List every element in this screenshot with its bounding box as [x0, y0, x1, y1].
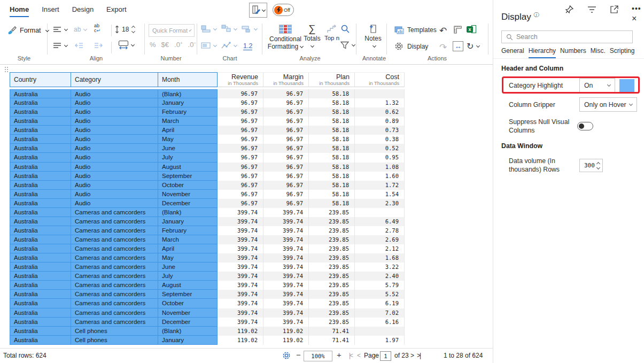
hierarchy-cell[interactable]: August — [158, 281, 218, 290]
chart-type-1-button[interactable] — [201, 25, 216, 33]
value-cell[interactable]: 2.78 — [355, 226, 405, 235]
first-page-button[interactable]: |< — [349, 352, 352, 359]
column-header-month[interactable]: Month — [158, 72, 218, 87]
horizontal-align-button[interactable] — [53, 26, 67, 33]
value-cell[interactable]: 399.74 — [263, 290, 309, 299]
indent-increase-button[interactable] — [94, 42, 103, 49]
value-cell[interactable]: 399.74 — [218, 308, 263, 318]
hierarchy-cell[interactable]: Australia — [10, 262, 71, 272]
top-n-button[interactable]: Top n — [321, 25, 343, 41]
value-cell[interactable]: 2.69 — [355, 235, 405, 244]
hierarchy-cell[interactable]: Australia — [10, 299, 71, 308]
hierarchy-cell[interactable]: Audio — [71, 144, 158, 153]
hierarchy-cell[interactable]: Australia — [10, 226, 71, 235]
value-cell[interactable]: 96.97 — [263, 163, 309, 172]
hierarchy-cell[interactable]: January — [158, 217, 218, 226]
value-cell[interactable]: 96.97 — [218, 135, 263, 144]
value-cell[interactable]: 71.41 — [309, 336, 355, 345]
value-cell[interactable]: 96.97 — [263, 98, 309, 107]
value-cell[interactable]: 399.74 — [263, 208, 309, 217]
value-cell[interactable]: 0.73 — [355, 126, 405, 135]
value-cell[interactable]: 58.18 — [309, 98, 355, 107]
value-cell[interactable]: 1.60 — [355, 172, 405, 181]
table-row[interactable]: AustraliaCameras and camcordersApril399.… — [10, 244, 405, 253]
table-row[interactable]: AustraliaAudioFebruary96.9796.9758.180.6… — [10, 107, 405, 117]
value-cell[interactable]: 58.18 — [309, 107, 355, 117]
hierarchy-cell[interactable]: Audio — [71, 181, 158, 190]
search-button[interactable] — [340, 24, 350, 34]
value-cell[interactable]: 1.08 — [355, 163, 405, 172]
notes-button[interactable]: Notes — [362, 24, 384, 50]
hierarchy-cell[interactable]: Cell phones — [71, 336, 158, 345]
value-cell[interactable] — [355, 327, 405, 336]
tab-export[interactable]: Export — [106, 5, 127, 17]
hierarchy-cell[interactable]: Australia — [10, 107, 71, 117]
ruler-button[interactable] — [453, 25, 462, 34]
hierarchy-cell[interactable]: April — [158, 126, 218, 135]
hierarchy-cell[interactable]: January — [158, 336, 218, 345]
value-cell[interactable]: 399.74 — [218, 217, 263, 226]
hierarchy-cell[interactable]: Australia — [10, 308, 71, 318]
totals-button[interactable]: ∑ Totals — [302, 24, 322, 50]
column-header-country[interactable]: Country — [10, 72, 71, 87]
hierarchy-cell[interactable]: Audio — [71, 126, 158, 135]
chart-type-2-button[interactable] — [221, 25, 237, 33]
value-cell[interactable]: 96.97 — [218, 98, 263, 107]
table-row[interactable]: AustraliaAudioApril96.9796.9758.180.73 — [10, 126, 405, 135]
hierarchy-cell[interactable]: Australia — [10, 135, 71, 144]
hierarchy-cell[interactable]: May — [158, 135, 218, 144]
tab-design[interactable]: Design — [72, 5, 94, 17]
value-cell[interactable]: 3.22 — [355, 262, 405, 272]
table-row[interactable]: AustraliaAudioMay96.9796.9758.180.38 — [10, 135, 405, 144]
value-cell[interactable]: 58.18 — [309, 199, 355, 208]
hierarchy-cell[interactable]: November — [158, 190, 218, 199]
value-cell[interactable]: 96.97 — [218, 190, 263, 199]
filter-button[interactable] — [340, 41, 355, 49]
hierarchy-cell[interactable]: Cameras and camcorders — [71, 244, 158, 253]
value-cell[interactable]: 96.97 — [263, 135, 309, 144]
hierarchy-cell[interactable]: Australia — [10, 117, 71, 126]
value-cell[interactable]: 239.85 — [309, 253, 355, 262]
export-excel-button[interactable]: x — [467, 25, 476, 34]
value-cell[interactable]: 58.18 — [309, 153, 355, 162]
value-cell[interactable]: 399.74 — [263, 217, 309, 226]
value-cell[interactable]: 58.18 — [309, 144, 355, 153]
value-cell[interactable]: 239.85 — [309, 217, 355, 226]
hierarchy-cell[interactable]: June — [158, 262, 218, 272]
hierarchy-cell[interactable]: (Blank) — [158, 208, 218, 217]
table-row[interactable]: AustraliaAudioJuly96.9796.9758.180.95 — [10, 153, 405, 162]
value-cell[interactable]: 399.74 — [263, 235, 309, 244]
hierarchy-cell[interactable]: Australia — [10, 190, 71, 199]
hierarchy-cell[interactable]: Cameras and camcorders — [71, 281, 158, 290]
popout-icon[interactable] — [610, 5, 619, 14]
value-cell[interactable]: 399.74 — [263, 308, 309, 318]
table-row[interactable]: AustraliaCell phonesJanuary119.02119.027… — [10, 336, 405, 345]
currency-button[interactable]: $€ — [161, 41, 169, 49]
row-height-control[interactable]: 18 — [115, 25, 135, 34]
table-row[interactable]: AustraliaCameras and camcordersOctober39… — [10, 299, 405, 308]
hierarchy-cell[interactable]: Cameras and camcorders — [71, 226, 158, 235]
value-cell[interactable]: 96.97 — [218, 172, 263, 181]
undo-button[interactable]: ↶ — [439, 25, 447, 36]
hierarchy-cell[interactable]: Cameras and camcorders — [71, 299, 158, 308]
value-cell[interactable]: 1.32 — [355, 98, 405, 107]
value-cell[interactable]: 399.74 — [263, 226, 309, 235]
decimal-increase-button[interactable]: .0+ — [174, 41, 183, 49]
filter-list-icon[interactable] — [587, 5, 596, 13]
value-cell[interactable]: 0.52 — [355, 144, 405, 153]
hierarchy-cell[interactable]: Australia — [10, 208, 71, 217]
value-cell[interactable]: 399.74 — [218, 262, 263, 272]
value-cell[interactable]: 239.85 — [309, 281, 355, 290]
hierarchy-cell[interactable]: Australia — [10, 181, 71, 190]
hierarchy-cell[interactable]: Audio — [71, 190, 158, 199]
table-row[interactable]: AustraliaCameras and camcordersMay399.74… — [10, 253, 405, 262]
fit-width-button[interactable]: ↔ — [453, 41, 463, 51]
value-cell[interactable]: 239.85 — [309, 226, 355, 235]
value-cell[interactable]: 399.74 — [218, 290, 263, 299]
column-header-category[interactable]: Category — [71, 72, 158, 87]
table-row[interactable]: AustraliaAudioNovember96.9796.9758.181.5… — [10, 190, 405, 199]
cell-width-button[interactable] — [119, 41, 134, 50]
value-cell[interactable]: 96.97 — [218, 144, 263, 153]
wrap-text-button[interactable]: ab c↵ — [94, 24, 100, 33]
table-row[interactable]: AustraliaCameras and camcorders(Blank)39… — [10, 208, 405, 217]
